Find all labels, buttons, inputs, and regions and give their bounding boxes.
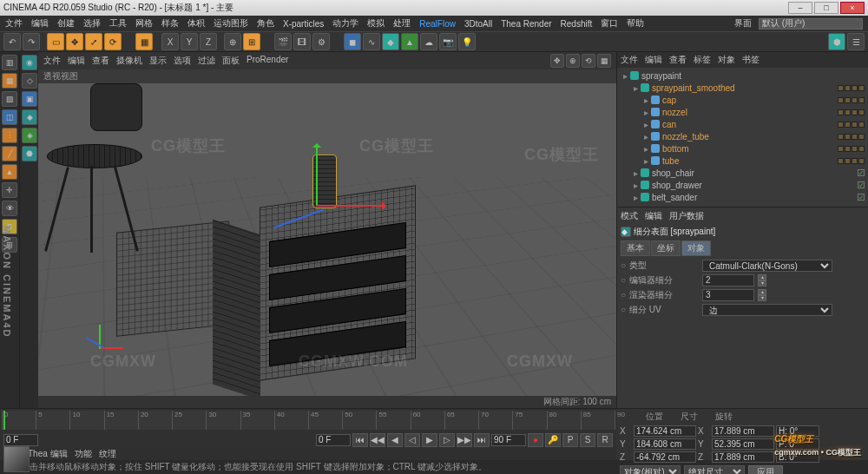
frame-end[interactable] [491, 434, 526, 446]
vp-nav-orbit[interactable]: ⟲ [582, 54, 595, 68]
object-tree[interactable]: ▸spraypaint▸spraypaint_smoothed▸cap▸nozz… [617, 68, 868, 207]
move-tool[interactable]: ✥ [66, 33, 83, 50]
undo-button[interactable]: ↶ [3, 33, 21, 50]
model-mode[interactable]: ▦ [2, 73, 17, 89]
menu-simulate[interactable]: 模拟 [367, 17, 385, 30]
object-name[interactable]: shop_drawer [652, 181, 852, 190]
scale-tool[interactable]: ⤢ [85, 33, 102, 50]
attr-subtab-object[interactable]: 对象 [681, 240, 711, 256]
vp-menu-display[interactable]: 显示 [149, 55, 167, 67]
tag-icon[interactable] [845, 97, 851, 103]
point-mode[interactable]: ⋮ [2, 128, 17, 143]
palette-1[interactable]: ◉ [22, 55, 37, 70]
object-shop-drawer[interactable] [260, 185, 416, 380]
tree-row[interactable]: ▸can [621, 118, 865, 130]
visibility-check[interactable] [858, 181, 865, 188]
tag-icon[interactable] [858, 85, 865, 91]
axis-z-toggle[interactable]: Z [200, 33, 217, 50]
vp-menu-view[interactable]: 查看 [92, 55, 109, 67]
menu-window[interactable]: 窗口 [601, 17, 618, 30]
om-menu-bookmarks[interactable]: 书签 [742, 54, 760, 66]
rotate-tool[interactable]: ⟳ [104, 33, 122, 50]
tag-icon[interactable] [838, 97, 844, 103]
render-view[interactable]: 🎬 [274, 33, 292, 50]
tree-row[interactable]: ▸nozzle_tube [621, 130, 865, 142]
mat-menu-texture[interactable]: 纹理 [99, 448, 116, 460]
gizmo-x-axis[interactable] [316, 205, 385, 207]
vp-menu-panel[interactable]: 面板 [222, 55, 240, 67]
om-menu-view[interactable]: 查看 [669, 54, 687, 66]
attr-tab-edit[interactable]: 编辑 [645, 210, 662, 222]
key-scale[interactable]: S [580, 433, 595, 447]
vp-nav-pan[interactable]: ✥ [550, 54, 564, 68]
tag-icon[interactable] [852, 109, 858, 115]
tag-icon[interactable] [852, 122, 858, 128]
om-menu-tags[interactable]: 标签 [694, 54, 711, 66]
pos-Y[interactable] [634, 438, 696, 450]
frame-current[interactable] [316, 434, 351, 446]
edge-mode[interactable]: ╱ [2, 146, 17, 161]
menu-3dtoall[interactable]: 3DtoAll [464, 19, 492, 29]
vp-menu-edit[interactable]: 编辑 [68, 55, 85, 67]
menu-file[interactable]: 文件 [5, 17, 23, 30]
add-environment[interactable]: ☁ [420, 33, 437, 50]
perspective-viewport[interactable]: CG模型王 CG模型王 CG模型王 CGMXW CGMXW.COM CGMXW [38, 83, 616, 396]
visibility-check[interactable] [858, 194, 865, 201]
attr-类型[interactable]: Catmull-Clark(N-Gons) [702, 260, 832, 272]
tree-row[interactable]: ▸spraypaint_smoothed [621, 82, 865, 94]
tag-icon[interactable] [852, 158, 858, 164]
tag-icon[interactable] [838, 146, 844, 152]
size-Y[interactable] [712, 438, 774, 450]
attr-tab-mode[interactable]: 模式 [621, 210, 638, 222]
make-editable[interactable]: ▥ [2, 55, 17, 70]
vp-nav-zoom[interactable]: ⊕ [566, 54, 580, 68]
object-name[interactable]: spraypaint_smoothed [652, 83, 835, 93]
menu-redshift[interactable]: Redshift [561, 19, 593, 29]
palette-4[interactable]: ◆ [22, 109, 37, 125]
tag-icon[interactable] [838, 109, 844, 115]
material-swatch[interactable] [3, 446, 30, 472]
tag-icon[interactable] [852, 97, 858, 103]
timeline[interactable]: 051015202530354045505560657075808590 [2, 411, 615, 430]
axis-y-toggle[interactable]: Y [181, 33, 198, 50]
tag-icon[interactable] [852, 85, 858, 91]
spinner[interactable]: ▴▾ [758, 274, 766, 286]
play-forward[interactable]: ▶ [422, 433, 437, 447]
tree-row[interactable]: ▸cap [621, 94, 865, 106]
visibility-check[interactable] [858, 169, 865, 176]
vp-menu-filter[interactable]: 过滤 [198, 55, 215, 67]
tree-row[interactable]: ▸nozzel [621, 106, 865, 118]
menu-mograph[interactable]: 运动图形 [214, 17, 248, 30]
menu-dynamics[interactable]: 动力学 [332, 17, 358, 30]
tag-icon[interactable] [858, 134, 865, 140]
tag-icon[interactable] [845, 134, 851, 140]
pos-X[interactable] [634, 425, 696, 437]
texture-mode[interactable]: ▨ [2, 91, 17, 107]
vp-menu-file[interactable]: 文件 [43, 55, 61, 67]
gizmo-y-axis[interactable] [316, 144, 318, 205]
tag-icon[interactable] [838, 85, 844, 91]
viewport-solo[interactable]: 👁 [2, 201, 17, 216]
key-rot[interactable]: R [597, 433, 613, 447]
tree-row[interactable]: ▸bottom [621, 142, 865, 155]
recent-tool[interactable]: ▦ [135, 33, 153, 50]
menu-volume[interactable]: 体积 [187, 17, 205, 30]
vp-menu-options[interactable]: 选项 [174, 55, 191, 67]
object-name[interactable]: can [662, 120, 835, 129]
attr-tab-userdata[interactable]: 用户数据 [669, 210, 704, 222]
tag-icon[interactable] [845, 158, 851, 164]
frame-start[interactable] [3, 434, 38, 446]
vp-menu-prorender[interactable]: ProRender [247, 55, 288, 67]
vp-nav-layout[interactable]: ▦ [597, 54, 611, 68]
object-name[interactable]: belt_sander [652, 193, 852, 202]
attr-subtab-basic[interactable]: 基本 [621, 240, 650, 256]
tag-icon[interactable] [852, 146, 858, 152]
tag-icon[interactable] [858, 109, 865, 115]
pos-Z[interactable] [634, 451, 696, 463]
object-name[interactable]: cap [662, 95, 835, 105]
tree-row[interactable]: ▸tube [621, 155, 865, 167]
menu-help[interactable]: 帮助 [627, 17, 644, 30]
record-key[interactable]: ● [528, 433, 543, 447]
tree-row[interactable]: ▸shop_chair [621, 167, 865, 179]
prev-frame[interactable]: ◀ [387, 433, 403, 447]
